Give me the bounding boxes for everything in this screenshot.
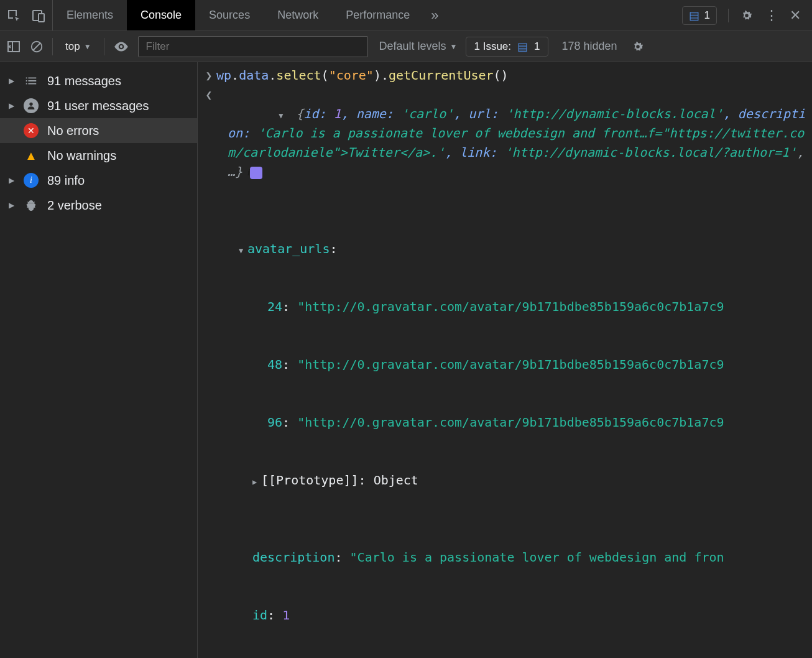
tree-row[interactable]: 24: "http://0.gravatar.com/avatar/9b171b… bbox=[223, 297, 812, 317]
console-output: ❯ wp.data.select("core").getCurrentUser(… bbox=[198, 62, 812, 658]
separator bbox=[52, 38, 53, 55]
top-issues-badge[interactable]: ▤ 1 bbox=[682, 6, 717, 25]
issues-count: 1 bbox=[534, 40, 540, 53]
settings-icon[interactable] bbox=[740, 9, 754, 22]
sidebar-item-info[interactable]: ▶ i 89 info bbox=[0, 168, 197, 193]
list-icon bbox=[24, 73, 39, 88]
tab-console[interactable]: Console bbox=[127, 0, 195, 30]
sidebar-item-user-messages[interactable]: ▶ 91 user messages bbox=[0, 93, 197, 118]
tree-row[interactable]: 48: "http://0.gravatar.com/avatar/9b171b… bbox=[223, 355, 812, 374]
info-badge-icon[interactable]: i bbox=[250, 167, 262, 179]
tree-row[interactable]: ▶[[Prototype]]: Object bbox=[223, 471, 812, 490]
user-icon bbox=[24, 98, 39, 113]
separator bbox=[104, 38, 104, 55]
expand-triangle-icon: ▶ bbox=[9, 101, 15, 110]
issues-pill[interactable]: 1 Issue: ▤ 1 bbox=[466, 37, 548, 57]
chevron-down-icon: ▼ bbox=[84, 42, 91, 51]
tree-row[interactable]: id: 1 bbox=[223, 606, 812, 625]
tabs-overflow-icon[interactable]: » bbox=[423, 7, 446, 24]
sidebar-toggle-icon[interactable] bbox=[6, 39, 21, 54]
error-icon: ✕ bbox=[24, 123, 39, 138]
top-right-controls: ▤ 1 ⋮ ✕ bbox=[682, 0, 812, 30]
console-toolbar: top ▼ Default levels ▼ 1 Issue: ▤ 1 178 … bbox=[0, 31, 812, 62]
issues-label: 1 Issue: bbox=[474, 40, 511, 53]
device-toolbar-icon[interactable] bbox=[31, 8, 46, 23]
kebab-menu-icon[interactable]: ⋮ bbox=[765, 7, 778, 24]
sidebar-label: No warnings bbox=[47, 149, 116, 163]
hidden-count[interactable]: 178 hidden bbox=[562, 40, 617, 53]
sidebar-label: 2 verbose bbox=[47, 198, 102, 213]
console-sidebar: ▶ 91 messages ▶ 91 user messages ▶ ✕ No … bbox=[0, 62, 198, 658]
context-selector[interactable]: top ▼ bbox=[62, 40, 95, 53]
bug-icon bbox=[24, 198, 39, 213]
expand-triangle-icon: ▶ bbox=[9, 76, 15, 85]
tab-elements[interactable]: Elements bbox=[53, 0, 127, 30]
chevron-down-icon: ▼ bbox=[450, 42, 458, 51]
tree-row[interactable]: ▼avatar_urls: bbox=[223, 239, 812, 259]
object-tree: ▼avatar_urls: 24: "http://0.gravatar.com… bbox=[201, 201, 812, 658]
filter-input[interactable] bbox=[138, 36, 368, 57]
sidebar-item-warnings[interactable]: ▶ ▲ No warnings bbox=[0, 143, 197, 168]
message-icon: ▤ bbox=[689, 9, 699, 22]
sidebar-label: 91 user messages bbox=[47, 99, 149, 113]
top-left-controls bbox=[0, 0, 53, 30]
message-icon: ▤ bbox=[517, 40, 528, 53]
sidebar-label: 89 info bbox=[47, 174, 85, 188]
tab-performance[interactable]: Performance bbox=[332, 0, 423, 30]
expand-triangle-icon: ▶ bbox=[9, 201, 15, 210]
sidebar-label: 91 messages bbox=[47, 74, 121, 88]
svg-line-5 bbox=[34, 43, 40, 50]
tree-row[interactable]: 96: "http://0.gravatar.com/avatar/9b171b… bbox=[223, 413, 812, 432]
input-marker-icon: ❯ bbox=[201, 66, 216, 85]
svg-rect-1 bbox=[39, 14, 44, 22]
info-icon: i bbox=[24, 173, 39, 188]
sidebar-item-messages[interactable]: ▶ 91 messages bbox=[0, 68, 197, 93]
levels-label: Default levels bbox=[379, 40, 446, 53]
inspect-element-icon[interactable] bbox=[6, 8, 21, 23]
separator bbox=[728, 9, 729, 22]
console-command: wp.data.select("core").getCurrentUser() bbox=[216, 66, 812, 85]
collapse-triangle-icon[interactable]: ▼ bbox=[287, 110, 296, 122]
live-expression-icon[interactable] bbox=[113, 39, 129, 55]
sidebar-label: No errors bbox=[47, 124, 99, 138]
tab-sources[interactable]: Sources bbox=[195, 0, 264, 30]
console-settings-icon[interactable] bbox=[631, 40, 645, 53]
collapse-triangle-icon[interactable]: ▼ bbox=[239, 245, 247, 257]
output-marker-icon: ❮ bbox=[201, 85, 216, 104]
expand-triangle-icon: ▶ bbox=[9, 176, 15, 185]
expand-triangle-icon[interactable]: ▶ bbox=[252, 476, 261, 488]
svg-point-6 bbox=[29, 103, 32, 106]
context-label: top bbox=[65, 40, 80, 53]
warning-icon: ▲ bbox=[24, 148, 39, 163]
console-output-row[interactable]: ❮ ▼{id: 1, name: 'carlo', url: 'http://d… bbox=[201, 85, 812, 201]
top-issue-count: 1 bbox=[704, 9, 710, 22]
sidebar-item-errors[interactable]: ▶ ✕ No errors bbox=[0, 118, 197, 143]
tree-row[interactable]: description: "Carlo is a passionate love… bbox=[223, 548, 812, 567]
devtools-tab-strip: Elements Console Sources Network Perform… bbox=[0, 0, 812, 31]
clear-console-icon[interactable] bbox=[30, 40, 44, 53]
object-preview: ▼{id: 1, name: 'carlo', url: 'http://dyn… bbox=[216, 85, 812, 201]
close-icon[interactable]: ✕ bbox=[790, 7, 801, 24]
sidebar-item-verbose[interactable]: ▶ 2 verbose bbox=[0, 193, 197, 218]
tab-network[interactable]: Network bbox=[264, 0, 332, 30]
log-levels-selector[interactable]: Default levels ▼ bbox=[379, 40, 458, 53]
console-input-row[interactable]: ❯ wp.data.select("core").getCurrentUser(… bbox=[201, 66, 812, 85]
